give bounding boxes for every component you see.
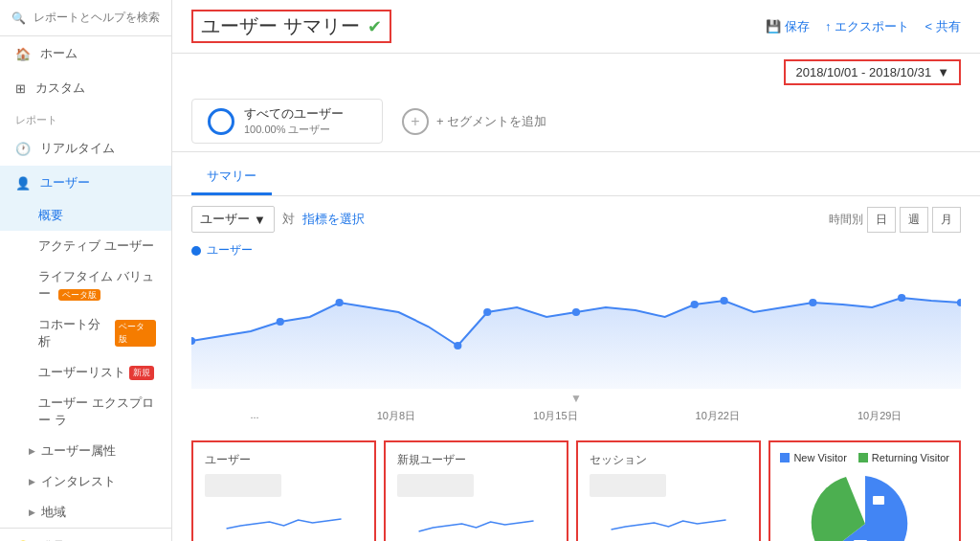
custom-icon: ⊞ [15, 81, 26, 96]
date-range-picker[interactable]: 2018/10/01 - 2018/10/31 ▼ [784, 59, 961, 85]
pie-chart-container: New Visitor Returning Visitor [768, 440, 961, 541]
chart-container [191, 264, 961, 389]
user-list-label: ユーザーリスト [38, 364, 125, 381]
legend-label: ユーザー [207, 242, 253, 259]
sidebar-item-label: ホーム [40, 45, 78, 62]
segment-all-users[interactable]: すべてのユーザー 100.00% ユーザー [191, 99, 383, 144]
svg-point-9 [898, 294, 905, 302]
share-button[interactable]: < 共有 [924, 18, 961, 35]
sidebar-sub-lifetime[interactable]: ライフタイム バリュー ベータ版 [0, 261, 171, 309]
dropdown-icon: ▼ [937, 65, 949, 79]
legend-dot [191, 246, 201, 256]
cohort-label: コホート分析 [38, 316, 111, 350]
week-button[interactable]: 週 [900, 207, 928, 233]
metric-value-new-users [397, 474, 474, 497]
sidebar-item-realtime[interactable]: 🕐 リアルタイム [0, 131, 171, 166]
metric-card-new-users: 新規ユーザー [384, 440, 568, 541]
line-chart [191, 264, 961, 389]
svg-point-5 [572, 308, 580, 316]
metric-label-sessions: セッション [590, 452, 747, 468]
svg-point-3 [454, 342, 461, 349]
search-bar[interactable]: 🔍 レポートとヘルプを検索 [0, 0, 171, 36]
save-button[interactable]: 💾 保存 [766, 18, 810, 35]
metric-card-sessions: セッション [576, 440, 761, 541]
metric-label: ユーザー [200, 211, 250, 228]
pie-legend: New Visitor Returning Visitor [780, 452, 949, 463]
add-segment-button[interactable]: + + セグメントを追加 [402, 108, 546, 135]
month-button[interactable]: 月 [932, 207, 961, 233]
sparkline-users [205, 505, 363, 538]
metric-card-users: ユーザー [191, 440, 376, 541]
x-label-4: 10月29日 [858, 409, 902, 423]
page-title: ユーザー サマリー ✔ [191, 10, 391, 43]
x-label-2: 10月15日 [533, 409, 577, 423]
metric-dropdown-icon: ▼ [254, 213, 266, 227]
clock-icon: 🕐 [15, 142, 31, 156]
triangle-icon: ▶ [29, 446, 35, 456]
sidebar-sub-active-users[interactable]: アクティブ ユーザー [0, 231, 171, 261]
export-label: エクスポート [835, 18, 909, 35]
svg-point-2 [335, 299, 343, 306]
segment-name: すべてのユーザー [244, 105, 344, 123]
svg-rect-12 [873, 496, 884, 505]
segment-text-block: すべてのユーザー 100.00% ユーザー [244, 105, 344, 137]
x-label-0: ... [251, 409, 259, 423]
sidebar-item-discover[interactable]: 💡 発見 [0, 529, 171, 541]
day-button[interactable]: 日 [867, 207, 896, 233]
vs-text: 対 [282, 211, 295, 228]
active-users-label: アクティブ ユーザー [38, 238, 154, 253]
save-label: 保存 [785, 18, 810, 35]
sidebar-sub-overview[interactable]: 概要 [0, 200, 171, 231]
svg-point-8 [809, 299, 816, 306]
metric-link[interactable]: 指標を選択 [302, 211, 365, 228]
chart-legend: ユーザー [191, 242, 961, 259]
tabs-bar: サマリー [172, 152, 980, 196]
sparkline-new-users [397, 505, 555, 538]
svg-point-6 [691, 301, 699, 308]
chart-area: ユーザー [172, 242, 980, 433]
sidebar-sub-user-explorer[interactable]: ユーザー エクスプロー ラ [0, 388, 171, 436]
export-icon: ↑ [825, 19, 832, 34]
sidebar-item-home[interactable]: 🏠 ホーム [0, 36, 171, 71]
main-content: ユーザー サマリー ✔ 💾 保存 ↑ エクスポート < 共有 2018/10/0… [172, 0, 980, 541]
header-actions: 💾 保存 ↑ エクスポート < 共有 [766, 18, 961, 35]
user-attributes-label: ユーザー属性 [41, 442, 116, 460]
check-icon: ✔ [368, 16, 382, 37]
sidebar-item-label: ユーザー [40, 174, 90, 192]
page-title-text: ユーザー サマリー [201, 13, 360, 39]
svg-point-4 [483, 308, 491, 316]
sidebar: 🔍 レポートとヘルプを検索 🏠 ホーム ⊞ カスタム レポート 🕐 リアルタイム… [0, 0, 172, 541]
metric-selector[interactable]: ユーザー ▼ [191, 206, 275, 233]
returning-visitor-dot [858, 453, 868, 462]
date-range-value: 2018/10/01 - 2018/10/31 [795, 65, 931, 79]
sparkline-sessions [590, 505, 747, 538]
controls-bar: ユーザー ▼ 対 指標を選択 時間別 日 週 月 [172, 196, 980, 242]
share-label: 共有 [936, 18, 961, 35]
sidebar-collapse-interests[interactable]: ▶ インタレスト [0, 466, 171, 497]
header: ユーザー サマリー ✔ 💾 保存 ↑ エクスポート < 共有 [172, 0, 980, 54]
sidebar-bottom: 💡 発見 ⚙ 管理 ‹ [0, 528, 171, 541]
add-circle-icon: + [402, 108, 429, 135]
sidebar-sub-cohort[interactable]: コホート分析 ベータ版 [0, 309, 171, 357]
add-segment-label: + セグメントを追加 [436, 113, 546, 130]
beta-badge: ベータ版 [58, 289, 100, 301]
save-icon: 💾 [766, 19, 781, 34]
export-button[interactable]: ↑ エクスポート [825, 18, 910, 35]
sidebar-item-custom[interactable]: ⊞ カスタム [0, 71, 171, 105]
metric-value-sessions [590, 474, 666, 497]
user-icon: 👤 [15, 176, 31, 191]
time-label: 時間別 [829, 212, 863, 228]
sidebar-item-label: リアルタイム [40, 140, 115, 157]
sidebar-item-users[interactable]: 👤 ユーザー [0, 166, 171, 200]
new-badge: 新規 [129, 366, 154, 380]
chart-expand[interactable]: ▼ [191, 391, 961, 405]
sidebar-sub-user-list[interactable]: ユーザーリスト 新規 [0, 357, 171, 388]
legend-returning-visitor: Returning Visitor [858, 452, 949, 463]
sidebar-collapse-user-attributes[interactable]: ▶ ユーザー属性 [0, 436, 171, 466]
controls-left: ユーザー ▼ 対 指標を選択 [191, 206, 365, 233]
interests-label: インタレスト [41, 473, 116, 490]
sidebar-collapse-geo[interactable]: ▶ 地域 [0, 497, 171, 528]
tab-summary[interactable]: サマリー [191, 160, 272, 195]
triangle-icon3: ▶ [29, 507, 35, 517]
beta-badge2: ベータ版 [115, 320, 156, 347]
